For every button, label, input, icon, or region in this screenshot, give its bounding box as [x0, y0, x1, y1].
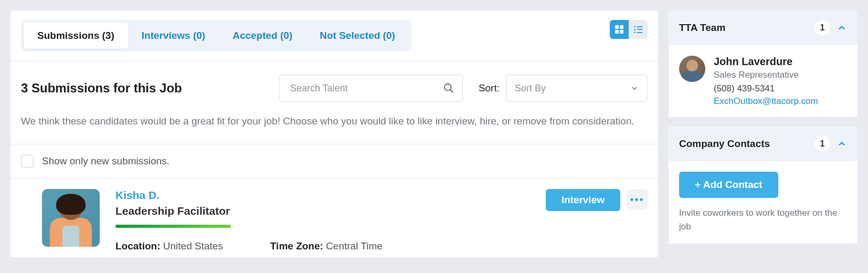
add-contact-button[interactable]: + Add Contact: [679, 172, 778, 198]
new-submissions-checkbox[interactable]: [21, 155, 34, 167]
svg-line-1: [450, 90, 453, 93]
member-name: John Laverdure: [714, 56, 847, 68]
sort-placeholder: Sort By: [515, 83, 546, 94]
invite-text: Invite coworkers to work together on the…: [679, 206, 847, 233]
dots-icon: •••: [630, 194, 644, 206]
candidate-location: Location: United States: [115, 240, 223, 252]
chevron-up-icon[interactable]: [837, 23, 847, 33]
more-actions-button[interactable]: •••: [627, 189, 648, 210]
member-role: Sales Representative: [714, 70, 847, 80]
instructions-text: We think these candidates would be a gre…: [10, 107, 658, 135]
candidate-name[interactable]: Kisha D.: [115, 189, 530, 202]
grid-view-button[interactable]: [610, 20, 629, 39]
grid-icon: [615, 25, 623, 34]
candidate-role: Leadership Facilitator: [115, 205, 530, 217]
candidate-avatar: [42, 189, 100, 247]
avatar: [679, 56, 705, 82]
candidate-card: Kisha D. Leadership Facilitator Location…: [10, 178, 658, 257]
member-phone: (508) 439-5341: [714, 83, 847, 94]
candidate-timezone: Time Zone: Central Time: [270, 240, 383, 252]
chevron-up-icon[interactable]: [837, 139, 847, 149]
tta-team-section: TTA Team 1 John Laverdure Sales Represen…: [669, 10, 858, 117]
sort-select[interactable]: Sort By: [506, 75, 648, 102]
tab-accepted[interactable]: Accepted (0): [219, 23, 306, 49]
interview-button[interactable]: Interview: [546, 189, 620, 211]
list-view-button[interactable]: [629, 20, 648, 39]
company-contacts-title: Company Contacts: [679, 138, 808, 150]
company-contacts-count: 1: [814, 136, 830, 152]
tab-not-selected[interactable]: Not Selected (0): [306, 23, 409, 49]
tab-submissions[interactable]: Submissions (3): [24, 23, 128, 49]
job-tabs: Submissions (3) Interviews (0) Accepted …: [21, 20, 411, 51]
tta-team-title: TTA Team: [679, 22, 808, 34]
new-submissions-label: Show only new submissions.: [42, 155, 170, 167]
view-toggle: [610, 20, 648, 39]
list-icon: [634, 26, 642, 33]
chevron-down-icon: [630, 84, 639, 92]
search-input[interactable]: [279, 75, 463, 102]
sort-label: Sort:: [479, 82, 500, 94]
svg-point-0: [444, 84, 451, 91]
company-contacts-section: Company Contacts 1 + Add Contact Invite …: [669, 127, 858, 244]
match-meter: [115, 225, 231, 228]
tab-interviews[interactable]: Interviews (0): [128, 23, 219, 49]
team-member: John Laverdure Sales Representative (508…: [679, 56, 847, 107]
page-title: 3 Submissions for this Job: [21, 81, 182, 96]
tta-team-count: 1: [814, 20, 830, 36]
member-email[interactable]: ExchOutbox@ttacorp.com: [714, 96, 847, 107]
search-icon: [443, 82, 454, 94]
